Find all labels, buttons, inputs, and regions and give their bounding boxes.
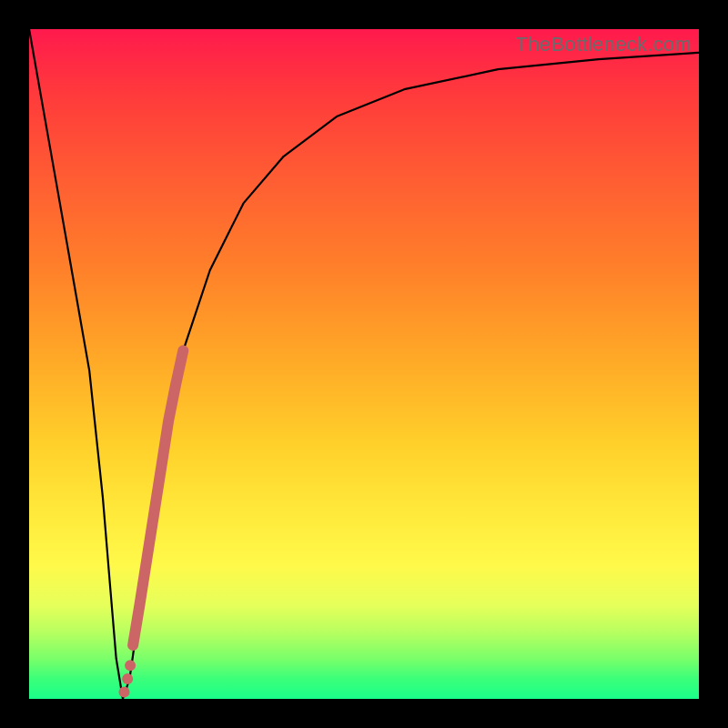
- highlight-dots: [119, 660, 136, 697]
- plot-area: TheBottleneck.com: [29, 29, 699, 699]
- curve-layer: [29, 29, 699, 699]
- highlight-dot: [122, 673, 133, 684]
- highlight-segment: [133, 350, 183, 645]
- chart-frame: TheBottleneck.com: [0, 0, 728, 728]
- highlight-dot: [119, 687, 130, 698]
- highlight-dot: [125, 660, 136, 671]
- bottleneck-curve: [29, 29, 699, 699]
